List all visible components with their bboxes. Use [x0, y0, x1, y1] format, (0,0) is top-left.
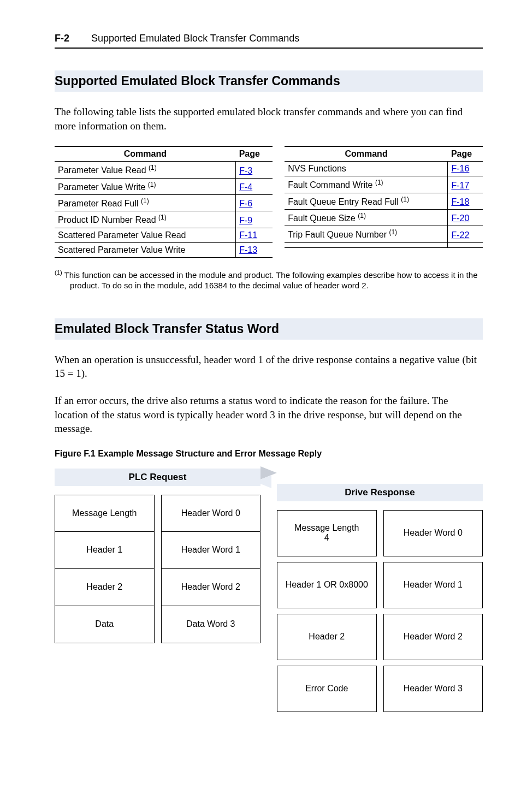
- commands-tables: Command Page Parameter Value Read (1)F-3…: [55, 146, 483, 257]
- diagram-box: Header 2: [277, 614, 377, 660]
- page-link[interactable]: F-11: [239, 230, 257, 240]
- table-row: Parameter Read Full (1)F-6: [55, 194, 273, 211]
- page-cell: F-4: [236, 178, 273, 194]
- page-cell: F-3: [236, 162, 273, 178]
- figure-caption: Figure F.1 Example Message Structure and…: [55, 449, 483, 459]
- page-cell: F-22: [448, 226, 483, 242]
- page-header: F-2 Supported Emulated Block Transfer Co…: [55, 33, 483, 49]
- page-cell: F-11: [236, 228, 273, 242]
- command-cell: Parameter Value Write (1): [55, 178, 236, 194]
- diagram-box: Data: [55, 606, 155, 643]
- page-link[interactable]: F-16: [451, 164, 469, 173]
- command-cell: Fault Queue Size (1): [285, 209, 448, 226]
- page-link[interactable]: F-9: [239, 216, 252, 225]
- th-page: Page: [236, 146, 273, 162]
- table-row: NVS FunctionsF-16: [285, 162, 483, 176]
- table-row: Scattered Parameter Value ReadF-11: [55, 228, 273, 242]
- diagram-box: Header 2: [55, 569, 155, 606]
- command-cell: NVS Functions: [285, 162, 448, 176]
- table-row: Fault Command Write (1)F-17: [285, 176, 483, 193]
- th-command: Command: [285, 146, 448, 162]
- command-cell: Scattered Parameter Value Read: [55, 228, 236, 242]
- page-link[interactable]: F-22: [451, 230, 469, 240]
- diagram-box: Header 1: [55, 532, 155, 569]
- table-row: Parameter Value Read (1)F-3: [55, 162, 273, 178]
- section-heading-supported: Supported Emulated Block Transfer Comman…: [55, 70, 483, 92]
- diagram-box: Header Word 1: [383, 562, 483, 608]
- footnote-marker: (1): [55, 269, 62, 276]
- commands-table-right: Command Page NVS FunctionsF-16Fault Comm…: [285, 146, 483, 247]
- page-link[interactable]: F-4: [239, 182, 252, 192]
- command-cell: Trip Fault Queue Number (1): [285, 226, 448, 242]
- diagram-box: Header 1 OR 0x8000: [277, 562, 377, 608]
- intro-paragraph: The following table lists the supported …: [55, 105, 483, 133]
- table-row: Fault Queue Entry Read Full (1)F-18: [285, 193, 483, 209]
- drive-response-label: Drive Response: [277, 484, 483, 501]
- page-cell: F-16: [448, 162, 483, 176]
- page-link[interactable]: F-18: [451, 197, 469, 206]
- diagram-box: Header Word 0: [161, 495, 261, 532]
- diagram-box: Data Word 3: [161, 606, 261, 643]
- command-cell: Parameter Read Full (1): [55, 194, 236, 211]
- page-cell: [448, 242, 483, 247]
- table-row: Parameter Value Write (1)F-4: [55, 178, 273, 194]
- page-link[interactable]: F-6: [239, 199, 252, 208]
- page-cell: F-18: [448, 193, 483, 209]
- page-link[interactable]: F-17: [451, 181, 469, 190]
- page-link[interactable]: F-20: [451, 214, 469, 223]
- page-cell: F-9: [236, 211, 273, 228]
- diagram-box: Header Word 3: [383, 666, 483, 712]
- page-cell: F-13: [236, 242, 273, 257]
- page-link[interactable]: F-13: [239, 245, 257, 254]
- footnote-text: This function can be accessed in the mod…: [64, 270, 478, 291]
- header-title: Supported Emulated Block Transfer Comman…: [91, 33, 299, 44]
- page-link[interactable]: F-3: [239, 166, 252, 175]
- arrows-icon: [255, 466, 283, 488]
- diagram-box: Header Word 1: [161, 532, 261, 569]
- diagram-box: Header Word 2: [161, 569, 261, 606]
- command-cell: Scattered Parameter Value Write: [55, 242, 236, 257]
- diagram-box: Message Length4: [277, 510, 377, 556]
- footnote: (1) This function can be accessed in the…: [55, 269, 483, 291]
- page-cell: F-6: [236, 194, 273, 211]
- diagram-box: Header Word 0: [383, 510, 483, 556]
- page-cell: F-17: [448, 176, 483, 193]
- diagram-box: Message Length: [55, 495, 155, 532]
- message-diagram: PLC Request Message LengthHeader 1Header…: [55, 469, 483, 712]
- table-row: Scattered Parameter Value WriteF-13: [55, 242, 273, 257]
- page-cell: F-20: [448, 209, 483, 226]
- command-cell: Product ID Number Read (1): [55, 211, 236, 228]
- th-command: Command: [55, 146, 236, 162]
- command-cell: Parameter Value Read (1): [55, 162, 236, 178]
- status-para1: When an operation is unsuccessful, heade…: [55, 353, 483, 381]
- table-row: Fault Queue Size (1)F-20: [285, 209, 483, 226]
- plc-request-label: PLC Request: [55, 469, 260, 486]
- table-row: Trip Fault Queue Number (1)F-22: [285, 226, 483, 242]
- diagram-box: Error Code: [277, 666, 377, 712]
- table-row: Product ID Number Read (1)F-9: [55, 211, 273, 228]
- commands-table-left: Command Page Parameter Value Read (1)F-3…: [55, 146, 273, 257]
- section-heading-status: Emulated Block Transfer Status Word: [55, 318, 483, 340]
- status-para2: If an error occurs, the drive also retur…: [55, 394, 483, 436]
- th-page: Page: [448, 146, 483, 162]
- command-cell: Fault Queue Entry Read Full (1): [285, 193, 448, 209]
- diagram-box: Header Word 2: [383, 614, 483, 660]
- page-number: F-2: [55, 33, 69, 44]
- table-row: [285, 242, 483, 247]
- command-cell: Fault Command Write (1): [285, 176, 448, 193]
- command-cell: [285, 242, 448, 247]
